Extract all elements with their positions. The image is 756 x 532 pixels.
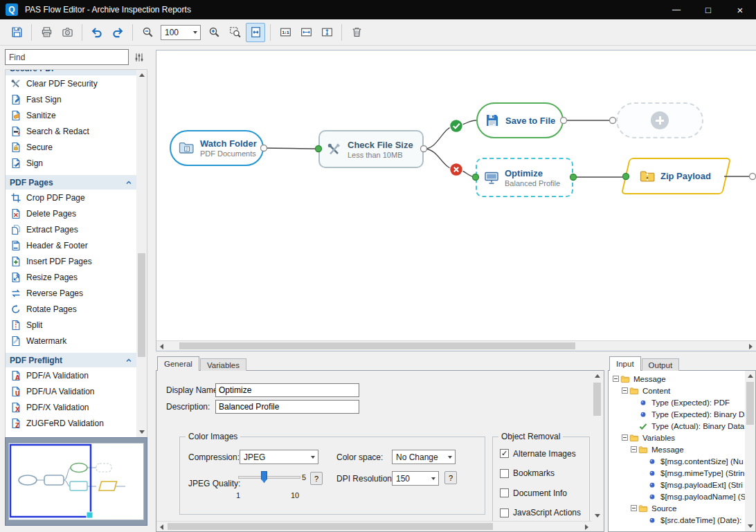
tab-output[interactable]: Output (642, 358, 680, 371)
palette-section-pdf-preflight[interactable]: PDF Preflight (6, 353, 136, 367)
tree-item-source[interactable]: Source (610, 502, 745, 514)
delete-button[interactable] (347, 23, 366, 42)
save-button[interactable] (7, 23, 26, 42)
fit-page-button[interactable] (246, 23, 265, 42)
zoom-selection-button[interactable] (225, 23, 244, 42)
palette-scrollbar[interactable] (136, 70, 147, 437)
fit-height-button[interactable] (317, 23, 336, 42)
palette-item-extract-pages[interactable]: Extract Pages (6, 221, 136, 237)
scroll-up-arrow[interactable] (745, 371, 755, 381)
snapshot-button[interactable] (57, 23, 77, 42)
checkbox-checked-icon[interactable]: ✓ (500, 449, 509, 458)
palette-item-resize-pages[interactable]: Resize Pages (6, 269, 136, 285)
canvas-horizontal-scrollbar[interactable] (156, 340, 756, 351)
palette-item-zugferd-validation[interactable]: ZZUGFeRD Validation (6, 415, 136, 431)
add-node-icon[interactable] (651, 111, 669, 129)
palette-item-pdf-ua-validation[interactable]: UPDF/UA Validation (6, 383, 136, 399)
flow-canvas[interactable]: Watch Folder PDF Documents Check File Si… (156, 50, 756, 351)
palette-item-header-footer[interactable]: Header & Footer (6, 237, 136, 253)
tree-item-msg-payloadext-stri[interactable]: $[msg.payloadExt] (Stri (610, 479, 745, 490)
tree-item-message[interactable]: Message (610, 443, 745, 455)
zoom-in-button[interactable] (204, 23, 224, 42)
display-name-input[interactable] (215, 383, 359, 397)
overview-minimap[interactable] (5, 437, 147, 526)
tree-item-content[interactable]: Content (610, 385, 745, 396)
tree-item-msg-mimetype-strin[interactable]: $[msg.mimeType] (Strin (610, 467, 745, 479)
palette-item-reverse-pages[interactable]: Reverse Pages (6, 285, 136, 301)
checkbox-unchecked-icon[interactable] (500, 469, 509, 478)
search-input[interactable] (5, 49, 129, 65)
tab-input[interactable]: Input (609, 356, 641, 371)
color-space-select[interactable]: No Change (392, 450, 456, 464)
node-watch-folder[interactable]: Watch Folder PDF Documents (170, 130, 264, 166)
checkbox-unchecked-icon[interactable] (500, 508, 509, 517)
scroll-thumb[interactable] (168, 523, 493, 530)
collapse-icon[interactable] (630, 446, 638, 452)
palette-item-crop-pdf-page[interactable]: Crop PDF Page (6, 190, 136, 205)
scroll-right-arrow[interactable] (746, 341, 756, 351)
checkbox-document-info[interactable]: Document Info (500, 488, 567, 498)
description-input[interactable] (215, 400, 359, 414)
compression-select[interactable]: JPEG (240, 450, 318, 464)
tree-item-msg-contentsize-nu[interactable]: $[msg.contentSize] (Nu (610, 455, 745, 467)
node-save-to-file[interactable]: Save to File (476, 102, 564, 138)
scroll-thumb[interactable] (179, 342, 575, 349)
tree-item-msg-payloadname-s[interactable]: $[msg.payloadName] (S (610, 490, 745, 502)
palette-item-sign[interactable]: Sign (6, 155, 136, 171)
node-zip-payload[interactable]: Zip Payload (625, 158, 727, 194)
properties-vertical-scrollbar[interactable] (592, 371, 602, 521)
checkbox-alternate-images[interactable]: ✓Alternate Images (500, 448, 576, 459)
jpeg-quality-help-button[interactable]: ? (310, 472, 323, 485)
palette-item-pdf-x-validation[interactable]: XPDF/X Validation (6, 399, 136, 415)
palette-section-pdf-pages[interactable]: PDF Pages (6, 175, 136, 190)
zoom-out-button[interactable] (138, 23, 157, 42)
close-button[interactable]: × (724, 0, 756, 19)
collapse-icon[interactable] (630, 505, 638, 511)
tree-item-message[interactable]: Message (610, 373, 745, 385)
collapse-icon[interactable] (612, 376, 620, 382)
palette-item-clear-pdf-security[interactable]: Clear PDF Security (6, 75, 136, 91)
scroll-thumb[interactable] (593, 383, 601, 416)
filter-button[interactable] (131, 49, 147, 65)
palette-item-watermark[interactable]: Watermark (6, 333, 136, 349)
tree-item-type-expected-binary-da[interactable]: Type (Expected): Binary Da (610, 408, 745, 420)
scroll-up-arrow[interactable] (592, 371, 602, 381)
checkbox-javascript-actions[interactable]: JavaScript Actions (500, 508, 581, 518)
palette-item-delete-pages[interactable]: Delete Pages (6, 205, 136, 221)
collapse-icon[interactable] (621, 434, 629, 441)
palette-item-pdf-a-validation[interactable]: APDF/A Validation (6, 367, 136, 383)
zoom-level-select[interactable]: 100 (161, 25, 201, 40)
tab-general[interactable]: General (157, 356, 199, 371)
palette-section-secure-pdf[interactable]: Secure PDF (6, 70, 136, 75)
minimap-viewport[interactable] (8, 443, 144, 520)
node-optimize[interactable]: Optimize Balanced Profile (476, 158, 573, 197)
tree-item-src-datetime-date[interactable]: $[src.dateTime] (Date): (610, 514, 745, 526)
scroll-right-arrow[interactable] (582, 522, 592, 532)
jpeg-quality-slider[interactable] (238, 476, 300, 479)
scroll-down-arrow[interactable] (745, 521, 755, 531)
dpi-resolution-select[interactable]: 150 (392, 471, 439, 486)
dpi-help-button[interactable]: ? (444, 471, 457, 484)
properties-horizontal-scrollbar[interactable] (156, 521, 592, 531)
fit-width-button[interactable] (296, 23, 316, 42)
scroll-up-arrow[interactable] (136, 70, 147, 80)
tab-variables[interactable]: Variables (200, 358, 246, 371)
scroll-down-arrow[interactable] (592, 511, 602, 521)
io-scrollbar[interactable] (745, 371, 755, 531)
scroll-thumb[interactable] (746, 382, 754, 425)
palette-item-secure[interactable]: Secure (6, 139, 136, 155)
palette-item-sanitize[interactable]: Sanitize (6, 107, 136, 123)
palette-item-fast-sign[interactable]: Fast Sign (6, 91, 136, 107)
checkbox-unchecked-icon[interactable] (500, 488, 509, 497)
tree-item-variables[interactable]: Variables (610, 432, 745, 443)
palette-item-insert-pdf-pages[interactable]: Insert PDF Pages (6, 253, 136, 269)
print-button[interactable] (37, 23, 56, 42)
tree-item-type-expected-pdf[interactable]: Type (Expected): PDF (610, 396, 745, 408)
palette-item-rotate-pages[interactable]: Rotate Pages (6, 301, 136, 317)
slider-handle[interactable] (261, 471, 267, 483)
node-check-file-size[interactable]: Check File Size Less than 10MB (318, 130, 424, 168)
collapse-icon[interactable] (621, 387, 629, 394)
undo-button[interactable] (87, 23, 107, 42)
canvas-viewport[interactable]: Watch Folder PDF Documents Check File Si… (156, 51, 756, 340)
palette-item-split[interactable]: Split (6, 317, 136, 333)
